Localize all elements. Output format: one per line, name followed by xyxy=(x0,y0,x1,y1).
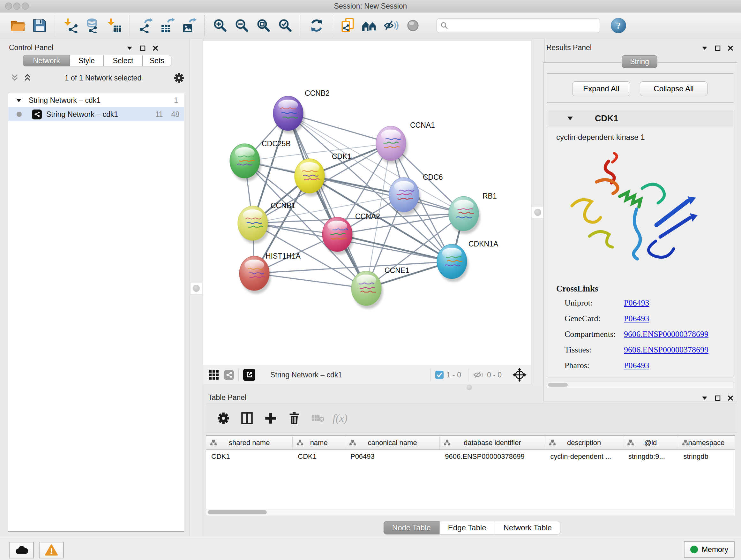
zoom-out-button[interactable] xyxy=(232,16,251,35)
panel-close-icon[interactable] xyxy=(728,395,733,401)
memory-button[interactable]: Memory xyxy=(684,541,735,558)
table-cell[interactable]: cyclin-dependent ... xyxy=(545,450,623,463)
graph-node-cdc6[interactable]: CDC6 xyxy=(389,173,443,215)
column-header-database-identifier[interactable]: database identifier xyxy=(440,436,545,449)
right-splitter-grip[interactable] xyxy=(532,206,544,219)
graph-node-hist1h1a[interactable]: HIST1H1A xyxy=(239,252,301,294)
import-network-button[interactable] xyxy=(62,16,80,35)
warning-button[interactable] xyxy=(39,542,64,558)
network-options-gear-icon[interactable] xyxy=(174,72,185,83)
table-hscrollbar[interactable] xyxy=(206,509,735,516)
tab-edge-table[interactable]: Edge Table xyxy=(440,521,495,535)
network-view-icon[interactable] xyxy=(224,370,234,380)
hidden-eye-icon[interactable] xyxy=(473,370,484,379)
table-settings-button[interactable] xyxy=(214,409,232,427)
table-cell[interactable]: CDK1 xyxy=(206,450,293,463)
panel-float-icon[interactable] xyxy=(715,395,721,401)
panel-close-icon[interactable] xyxy=(728,45,733,51)
tab-style[interactable]: Style xyxy=(70,55,104,66)
network-canvas[interactable]: CCNB2CCNA1CDC25BCDK1CDC6RB1CCNB1CCNA2CDK… xyxy=(203,41,531,365)
column-header-namespace[interactable]: namespace xyxy=(678,436,735,449)
collapse-all-icon[interactable] xyxy=(10,74,20,82)
panel-float-icon[interactable] xyxy=(140,45,145,51)
hide-selected-button[interactable] xyxy=(382,16,401,35)
delete-table-button[interactable] xyxy=(309,409,327,427)
graph-node-ccnb2[interactable]: CCNB2 xyxy=(273,89,330,134)
gene-section-header[interactable]: CDK1 xyxy=(547,110,733,127)
horizontal-splitter-grip[interactable] xyxy=(467,385,472,390)
results-hscroll-thumb[interactable] xyxy=(548,383,568,387)
left-splitter[interactable] xyxy=(190,39,203,537)
table-cell[interactable]: stringdb xyxy=(678,450,735,463)
left-splitter-grip[interactable] xyxy=(190,282,202,294)
graph-edge[interactable] xyxy=(288,113,366,288)
graph-node-cdc25b[interactable]: CDC25B xyxy=(230,139,291,181)
open-in-window-icon[interactable] xyxy=(243,369,255,381)
fx-function-icon[interactable]: f(x) xyxy=(333,412,347,424)
show-all-button[interactable] xyxy=(404,16,422,35)
tab-network[interactable]: Network xyxy=(23,55,70,66)
crosslink-link[interactable]: 9606.ENSP00000378699 xyxy=(624,345,709,355)
clone-network-button[interactable] xyxy=(339,16,357,35)
delete-column-button[interactable] xyxy=(285,409,303,427)
results-hscrollbar[interactable] xyxy=(547,382,733,388)
graph-node-ccne1[interactable]: CCNE1 xyxy=(351,266,409,309)
column-header-name[interactable]: name xyxy=(293,436,345,449)
column-header-shared-name[interactable]: shared name xyxy=(206,436,293,449)
search-input[interactable] xyxy=(448,19,596,32)
network-graph[interactable]: CCNB2CCNA1CDC25BCDK1CDC6RB1CCNB1CCNA2CDK… xyxy=(203,41,531,365)
zoom-in-button[interactable] xyxy=(211,16,229,35)
panel-close-icon[interactable] xyxy=(152,45,158,51)
help-button[interactable]: ? xyxy=(611,18,626,33)
selected-checkbox-icon[interactable] xyxy=(435,370,444,379)
tab-network-table[interactable]: Network Table xyxy=(495,521,561,535)
birdseye-crosshair-icon[interactable] xyxy=(513,368,527,382)
save-session-button[interactable] xyxy=(30,16,49,35)
table-cell[interactable]: 9606.ENSP00000378699 xyxy=(440,450,545,463)
expand-all-icon[interactable] xyxy=(23,74,32,82)
crosslink-link[interactable]: P06493 xyxy=(624,298,649,308)
crosslink-link[interactable]: P06493 xyxy=(624,314,649,323)
panel-menu-icon[interactable] xyxy=(126,46,133,51)
import-table-button[interactable] xyxy=(105,16,124,35)
first-neighbors-button[interactable] xyxy=(360,16,379,35)
expand-all-button[interactable]: Expand All xyxy=(572,81,630,96)
table-cell[interactable]: stringdb:9... xyxy=(623,450,678,463)
crosslink-link[interactable]: P06493 xyxy=(624,361,649,370)
table-row[interactable]: CDK1CDK1P064939606.ENSP00000378699cyclin… xyxy=(206,450,735,463)
grid-view-icon[interactable] xyxy=(208,369,219,381)
crosslink-link[interactable]: 9606.ENSP00000378699 xyxy=(624,329,709,339)
graph-node-ccnb1[interactable]: CCNB1 xyxy=(238,201,295,244)
export-network-button[interactable] xyxy=(136,16,155,35)
column-header-canonical-name[interactable]: canonical name xyxy=(345,436,440,449)
export-table-button[interactable] xyxy=(158,16,177,35)
table-hscroll-thumb[interactable] xyxy=(208,510,267,514)
section-collapse-icon[interactable] xyxy=(567,116,573,121)
zoom-selected-button[interactable] xyxy=(276,16,294,35)
right-splitter[interactable] xyxy=(531,39,544,384)
column-header-description[interactable]: description xyxy=(545,436,623,449)
network-row-selected[interactable]: String Network – cdk1 11 48 xyxy=(8,107,184,121)
panel-float-icon[interactable] xyxy=(715,45,721,51)
export-image-button[interactable] xyxy=(180,16,198,35)
refresh-button[interactable] xyxy=(307,16,326,35)
tab-select[interactable]: Select xyxy=(104,55,143,66)
zoom-fit-button[interactable] xyxy=(254,16,273,35)
cloud-button[interactable] xyxy=(9,542,34,558)
collapse-all-button[interactable]: Collapse All xyxy=(640,81,708,96)
panel-menu-icon[interactable] xyxy=(701,46,708,51)
panel-menu-icon[interactable] xyxy=(701,396,708,400)
show-columns-button[interactable] xyxy=(238,409,256,427)
import-database-button[interactable] xyxy=(83,16,102,35)
add-column-button[interactable] xyxy=(262,409,280,427)
graph-node-rb1[interactable]: RB1 xyxy=(449,192,497,234)
column-header-id[interactable]: @id xyxy=(623,436,678,449)
tab-sets[interactable]: Sets xyxy=(143,55,172,66)
table-cell[interactable]: CDK1 xyxy=(293,450,345,463)
open-session-button[interactable] xyxy=(9,16,27,35)
graph-node-cdkn1a[interactable]: CDKN1A xyxy=(437,240,498,282)
tab-string[interactable]: String xyxy=(622,55,657,68)
graph-edge[interactable] xyxy=(254,273,366,288)
tab-node-table[interactable]: Node Table xyxy=(384,521,440,535)
tree-expand-icon[interactable] xyxy=(16,98,22,103)
